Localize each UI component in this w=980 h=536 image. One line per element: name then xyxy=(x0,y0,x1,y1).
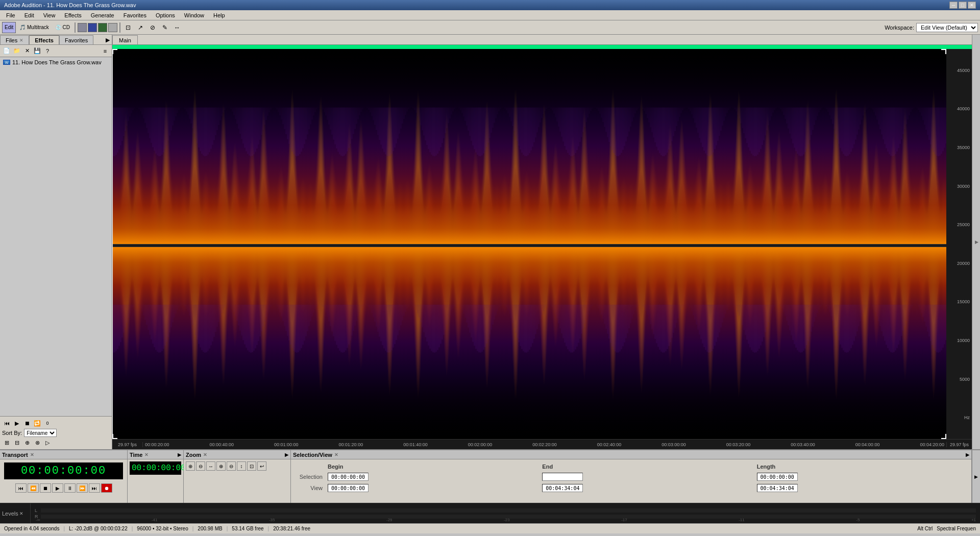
view-length-input[interactable] xyxy=(757,484,798,492)
menu-favorites[interactable]: Favorites xyxy=(119,11,151,19)
transport-forward[interactable]: ⏩ xyxy=(77,483,88,493)
time-panel: Time ✕ ▶ 00:00:00:00 xyxy=(128,450,184,503)
selection-arrow[interactable]: ▶ xyxy=(966,452,969,457)
tab-favorites[interactable]: Favorites xyxy=(59,35,93,44)
zoom-panel: Zoom ✕ ▶ ⊕ ⊖ ↔ ⊕ ⊖ ↕ ⊡ ↩ xyxy=(184,450,291,503)
zoom-close[interactable]: ✕ xyxy=(203,452,207,457)
zoom-undo[interactable]: ↩ xyxy=(257,461,266,471)
spectrogram-area[interactable]: 45000 40000 35000 30000 25000 20000 1500… xyxy=(112,49,972,439)
panel-menu-btn[interactable]: ≡ xyxy=(101,46,110,56)
panel-new-btn[interactable]: 📄 xyxy=(2,46,11,56)
timeline-canvas[interactable]: 00:00:20:00 00:00:40:00 00:01:00:00 00:0… xyxy=(143,440,946,449)
status-spectral: Spectral Frequen xyxy=(937,526,976,531)
bottom-btn-3[interactable]: ⊕ xyxy=(22,438,32,447)
menu-help[interactable]: Help xyxy=(209,11,229,19)
transport-rewind[interactable]: ⏪ xyxy=(28,483,39,493)
transport-record[interactable]: ⏺ xyxy=(101,483,112,493)
transport-panel: Transport ✕ 00:00:00:00 ⏮ ⏪ ⏹ ▶ ⏸ ⏩ ⏭ ⏺ xyxy=(0,450,128,503)
transport-play[interactable]: ▶ xyxy=(52,483,63,493)
zoom-selection[interactable]: ⊡ xyxy=(247,461,256,471)
view-end-input[interactable] xyxy=(542,484,583,492)
bottom-right-expand[interactable]: ▶ xyxy=(972,450,980,503)
levels-scale-labels: -∞-41-35-29-23-17-11-5+1 xyxy=(36,518,976,522)
bottom-panels: Transport ✕ 00:00:00:00 ⏮ ⏪ ⏹ ▶ ⏸ ⏩ ⏭ ⏺ … xyxy=(0,449,980,503)
menu-generate[interactable]: Generate xyxy=(87,11,118,19)
bottom-btn-2[interactable]: ⊟ xyxy=(12,438,21,447)
selection-end-input[interactable] xyxy=(542,473,583,481)
marker-11: 00:03:40:00 xyxy=(791,442,815,447)
tab-files-close[interactable]: ✕ xyxy=(19,38,23,43)
marker-9: 00:03:00:00 xyxy=(662,442,686,447)
tab-main[interactable]: Main xyxy=(112,35,138,44)
mini-time-btn[interactable]: 0 xyxy=(43,419,52,428)
mini-play-btn[interactable]: ▶ xyxy=(12,419,21,428)
zoom-full-h[interactable]: ↔ xyxy=(206,461,215,471)
levels-close[interactable]: ✕ xyxy=(19,511,23,516)
transport-skip-start[interactable]: ⏮ xyxy=(15,483,27,493)
time-arrow[interactable]: ▶ xyxy=(178,452,181,457)
zoom-out-h[interactable]: ⊖ xyxy=(196,461,205,471)
panel-close-btn[interactable]: ✕ xyxy=(22,46,32,56)
view-btn-4[interactable] xyxy=(108,23,117,32)
panel-arrow[interactable]: ▶ xyxy=(104,35,112,44)
freq-15k: 15000 xyxy=(948,299,970,304)
col-end: End xyxy=(540,462,753,471)
mini-stop-btn[interactable]: ⏹ xyxy=(22,419,32,428)
menu-view[interactable]: View xyxy=(39,11,60,19)
selection-close[interactable]: ✕ xyxy=(334,452,338,457)
sort-by-container: Sort By: Filename xyxy=(2,428,110,438)
cd-mode-button[interactable]: 💿 CD xyxy=(53,22,72,33)
panel-help-btn[interactable]: ? xyxy=(43,46,52,56)
selection-length-input[interactable] xyxy=(757,473,798,481)
pencil-tool-button[interactable]: ✎ xyxy=(159,22,170,33)
transport-stop[interactable]: ⏹ xyxy=(40,483,51,493)
zoom-tool-button[interactable]: ⊘ xyxy=(147,22,158,33)
edit-mode-button[interactable]: Edit xyxy=(2,22,16,33)
marker-4: 00:01:20:00 xyxy=(339,442,363,447)
right-collapse-button[interactable]: ▶ xyxy=(972,35,980,449)
menu-options[interactable]: Options xyxy=(152,11,179,19)
marker-12: 00:04:00:00 xyxy=(855,442,880,447)
file-item[interactable]: W 11. How Does The Grass Grow.wav xyxy=(1,58,111,66)
tab-files[interactable]: Files ✕ xyxy=(0,35,29,44)
time-close[interactable]: ✕ xyxy=(144,452,149,457)
menu-edit[interactable]: Edit xyxy=(20,11,38,19)
bottom-btn-4[interactable]: ⊗ xyxy=(33,438,42,447)
close-button[interactable]: ✕ xyxy=(968,2,976,9)
zoom-full-v[interactable]: ↕ xyxy=(237,461,246,471)
hand-tool-button[interactable]: ↔ xyxy=(172,22,183,33)
move-tool-button[interactable]: ↗ xyxy=(135,22,146,33)
zoom-in-h[interactable]: ⊕ xyxy=(186,461,195,471)
view-btn-3[interactable] xyxy=(98,23,107,32)
bottom-btn-1[interactable]: ⊞ xyxy=(2,438,11,447)
mini-rewind-btn[interactable]: ⏮ xyxy=(2,419,11,428)
menu-effects[interactable]: Effects xyxy=(60,11,85,19)
zoom-out-v[interactable]: ⊖ xyxy=(227,461,236,471)
selection-tool-button[interactable]: ⊡ xyxy=(122,22,134,33)
tab-effects[interactable]: Effects xyxy=(29,35,59,44)
sort-select[interactable]: Filename xyxy=(24,429,57,437)
bottom-btn-5[interactable]: ▷ xyxy=(43,438,52,447)
zoom-in-v[interactable]: ⊕ xyxy=(216,461,226,471)
minimize-button[interactable]: ─ xyxy=(949,2,958,9)
zoom-arrow[interactable]: ▶ xyxy=(285,452,288,457)
maximize-button[interactable]: □ xyxy=(959,2,967,9)
menu-file[interactable]: File xyxy=(2,11,19,19)
view-btn-2[interactable] xyxy=(88,23,97,32)
transport-close[interactable]: ✕ xyxy=(30,452,34,457)
transport-pause[interactable]: ⏸ xyxy=(64,483,76,493)
panel-open-btn[interactable]: 📁 xyxy=(12,46,21,56)
transport-skip-end[interactable]: ⏭ xyxy=(89,483,100,493)
view-begin-input[interactable] xyxy=(328,484,369,492)
selection-begin-input[interactable] xyxy=(328,473,369,481)
zoom-label: Zoom xyxy=(186,452,201,458)
mini-loop-btn[interactable]: 🔁 xyxy=(33,419,42,428)
marker-2: 00:00:40:00 xyxy=(210,442,234,447)
workspace-dropdown[interactable]: Edit View (Default) xyxy=(916,23,978,32)
view-row-label: View xyxy=(294,483,325,493)
panel-bottom: ⏮ ▶ ⏹ 🔁 0 Sort By: Filename ⊞ ⊟ ⊕ ⊗ ▷ xyxy=(0,416,112,449)
menu-window[interactable]: Window xyxy=(180,11,208,19)
view-btn-1[interactable] xyxy=(78,23,87,32)
multitrack-mode-button[interactable]: 🎵 Multitrack xyxy=(17,22,52,33)
panel-save-btn[interactable]: 💾 xyxy=(33,46,42,56)
